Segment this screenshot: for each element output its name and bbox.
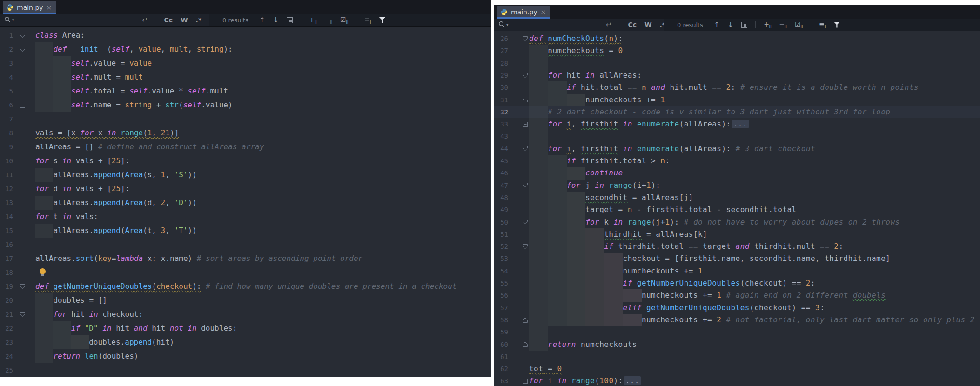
code-line[interactable]: 25	[0, 363, 491, 377]
code-line[interactable]: 10for s in vals + [25]:	[0, 154, 491, 168]
fold-icon[interactable]	[522, 97, 528, 102]
code-line[interactable]: 62tot = 0	[494, 363, 980, 375]
code-line[interactable]: 19def getNumberUniqueDoubles(checkout): …	[0, 280, 491, 293]
code-line[interactable]: 29for hit in allAreas:	[494, 69, 980, 81]
code-line[interactable]: 28	[494, 57, 980, 69]
code-line[interactable]: 43	[494, 130, 980, 142]
fold-icon[interactable]	[20, 354, 26, 359]
filter-search-results-icon[interactable]	[833, 22, 840, 28]
fold-icon[interactable]	[522, 244, 528, 249]
code-editor-left[interactable]: 1class Area:2def __init__(self, value, m…	[0, 27, 491, 377]
newline-icon[interactable]: ↵	[142, 16, 148, 24]
filter-lines-icon[interactable]: ≡I	[364, 16, 371, 25]
fold-icon[interactable]	[20, 312, 26, 317]
code-line[interactable]: 27numcheckouts = 0	[494, 45, 980, 57]
code-line[interactable]: 59	[494, 326, 980, 338]
code-text: doubles.append(hit)	[89, 335, 174, 349]
code-line[interactable]: 16	[0, 238, 491, 252]
check-selection-icon[interactable]: ☑II	[795, 20, 803, 29]
code-line[interactable]: 18	[0, 266, 491, 280]
search-history-arrow-icon[interactable]: ▾	[506, 22, 509, 27]
code-line[interactable]: 45if firsthit.total > n:	[494, 155, 980, 167]
words-toggle[interactable]: W	[644, 21, 651, 28]
fold-icon[interactable]	[522, 220, 528, 225]
remove-selection-icon[interactable]: −II	[325, 16, 332, 25]
fold-icon[interactable]	[522, 183, 528, 188]
add-selection-icon[interactable]: +II	[309, 16, 316, 25]
fold-icon[interactable]	[20, 33, 26, 38]
previous-occurrence-icon[interactable]: ↑	[714, 20, 720, 29]
filter-search-results-icon[interactable]	[379, 17, 385, 23]
code-line[interactable]: 13allAreas.append(Area(d, 2, 'D'))	[0, 196, 491, 210]
code-line[interactable]: 14for t in vals:	[0, 210, 491, 224]
code-line[interactable]: 5self.total = self.value * self.mult	[0, 84, 491, 98]
search-icon[interactable]: ▾	[4, 16, 14, 23]
code-token	[721, 315, 726, 324]
match-case-toggle[interactable]: Cc	[628, 21, 637, 28]
search-history-arrow-icon[interactable]: ▾	[12, 18, 14, 22]
code-line[interactable]: 3self.value = value	[0, 56, 491, 70]
fold-icon[interactable]	[20, 340, 26, 345]
fold-icon[interactable]	[522, 342, 528, 347]
remove-selection-icon[interactable]: −II	[779, 20, 787, 29]
search-icon[interactable]: ▾	[498, 21, 509, 28]
fold-icon[interactable]	[522, 73, 528, 78]
code-line[interactable]: 21for hit in checkout:	[0, 307, 491, 321]
tab-main-py[interactable]: main.py ×	[497, 6, 550, 19]
unfold-icon[interactable]	[522, 122, 528, 127]
code-line[interactable]: 30if hit.total == n and hit.mult == 2: #…	[494, 81, 980, 93]
code-editor-right[interactable]: 26def numCheckOuts(n):27numcheckouts = 0…	[494, 32, 980, 386]
code-line[interactable]: 1class Area:	[0, 28, 491, 42]
intention-bulb-icon[interactable]	[39, 268, 46, 277]
code-line[interactable]: 9allAreas = [] # define and construct al…	[0, 140, 491, 154]
match-case-toggle[interactable]: Cc	[164, 16, 173, 24]
unfold-icon[interactable]	[522, 379, 528, 384]
code-line[interactable]: 15allAreas.append(Area(t, 3, 'T'))	[0, 224, 491, 238]
fold-icon[interactable]	[20, 103, 26, 108]
select-all-occurrences-icon[interactable]	[287, 17, 293, 23]
code-line[interactable]: 7	[0, 112, 491, 126]
code-line[interactable]: 20doubles = []	[0, 293, 491, 307]
code-line[interactable]: 63for i in range(100):...	[494, 375, 980, 386]
fold-icon[interactable]	[522, 36, 528, 41]
code-token: numCheckOuts	[548, 34, 604, 43]
code-line[interactable]: 61	[494, 351, 980, 363]
tab-close-icon[interactable]: ×	[541, 9, 546, 15]
code-line[interactable]: 44for i, firsthit in enumerate(allAreas)…	[494, 143, 980, 155]
code-line[interactable]: 60return numcheckouts	[494, 339, 980, 351]
fold-icon[interactable]	[522, 318, 528, 323]
indent-highlight-block	[71, 335, 89, 349]
fold-icon[interactable]	[522, 146, 528, 151]
tab-close-icon[interactable]: ×	[47, 4, 52, 11]
search-bar[interactable]: ▾ ↵ Cc W .* 0 results ↑ ↓ +II −II ☑II ≡I	[494, 19, 980, 31]
newline-icon[interactable]: ↵	[606, 20, 612, 29]
add-selection-icon[interactable]: +II	[764, 20, 771, 29]
code-line[interactable]: 17allAreas.sort(key=lambda x: x.name) # …	[0, 252, 491, 266]
previous-occurrence-icon[interactable]: ↑	[259, 16, 265, 24]
code-line[interactable]: 6self.name = string + str(self.value)	[0, 98, 491, 112]
code-line[interactable]: 11allAreas.append(Area(s, 1, 'S'))	[0, 168, 491, 182]
search-bar[interactable]: ▾ ↵ Cc W .* 0 results ↑ ↓ +II −II ☑II ≡I	[0, 14, 491, 27]
words-toggle[interactable]: W	[181, 16, 188, 24]
code-line[interactable]: 8vals = [x for x in range(1, 21)]	[0, 126, 491, 140]
select-all-occurrences-icon[interactable]	[741, 22, 747, 28]
regex-toggle[interactable]: .*	[196, 16, 202, 24]
code-line[interactable]: 22if "D" in hit and hit not in doubles:	[0, 321, 491, 335]
code-line[interactable]: 2def __init__(self, value, mult, string)…	[0, 42, 491, 56]
code-line[interactable]: 12for d in vals + [25]:	[0, 182, 491, 196]
filter-lines-icon[interactable]: ≡I	[819, 20, 826, 29]
code-line[interactable]: 33for i, firsthit in enumerate(allAreas)…	[494, 118, 980, 130]
python-icon	[6, 4, 13, 11]
code-line-caret[interactable]: 32# 2 dart checkout - code is v similar …	[494, 106, 980, 118]
check-selection-icon[interactable]: ☑II	[340, 16, 348, 25]
code-line[interactable]: 4self.mult = mult	[0, 70, 491, 84]
fold-icon[interactable]	[20, 47, 26, 52]
fold-icon[interactable]	[20, 284, 26, 289]
code-line[interactable]: 47for j in range(i+1):	[494, 180, 980, 192]
code-token: thirdhit.mult ==	[750, 242, 834, 251]
next-occurrence-icon[interactable]: ↓	[273, 16, 279, 24]
code-line[interactable]: 24return len(doubles)	[0, 349, 491, 363]
next-occurrence-icon[interactable]: ↓	[728, 20, 734, 29]
tab-main-py[interactable]: main.py ×	[3, 1, 56, 14]
code-line[interactable]: 26def numCheckOuts(n):	[494, 33, 980, 45]
